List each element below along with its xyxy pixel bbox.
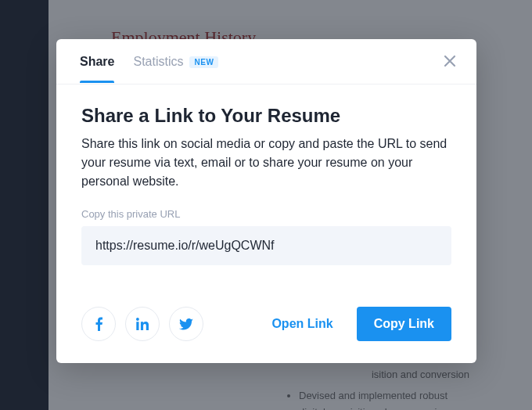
tab-statistics-label: Statistics: [133, 55, 183, 69]
facebook-button[interactable]: [81, 307, 116, 341]
share-modal: Share Statistics NEW Share a Link to You…: [56, 39, 476, 363]
copy-link-button[interactable]: Copy Link: [357, 307, 451, 341]
linkedin-icon: [136, 318, 149, 330]
tab-share-label: Share: [80, 55, 114, 69]
modal-tabs: Share Statistics NEW: [56, 39, 476, 85]
social-buttons: [81, 307, 203, 341]
close-icon: [443, 54, 457, 68]
open-link-button[interactable]: Open Link: [254, 308, 350, 340]
twitter-button[interactable]: [169, 307, 203, 341]
url-input[interactable]: https://resume.io/r/weUgQCWNf: [81, 226, 451, 265]
facebook-icon: [95, 317, 102, 331]
tab-statistics[interactable]: Statistics NEW: [133, 41, 218, 82]
modal-title: Share a Link to Your Resume: [81, 105, 451, 127]
close-button[interactable]: [440, 52, 459, 70]
modal-description: Share this link on social media or copy …: [81, 135, 451, 191]
url-field-label: Copy this private URL: [81, 208, 451, 220]
modal-body: Share a Link to Your Resume Share this l…: [56, 85, 476, 288]
new-badge: NEW: [189, 56, 218, 68]
tab-share[interactable]: Share: [80, 41, 114, 82]
twitter-icon: [179, 318, 193, 330]
linkedin-button[interactable]: [125, 307, 160, 341]
modal-footer: Open Link Copy Link: [56, 288, 476, 363]
